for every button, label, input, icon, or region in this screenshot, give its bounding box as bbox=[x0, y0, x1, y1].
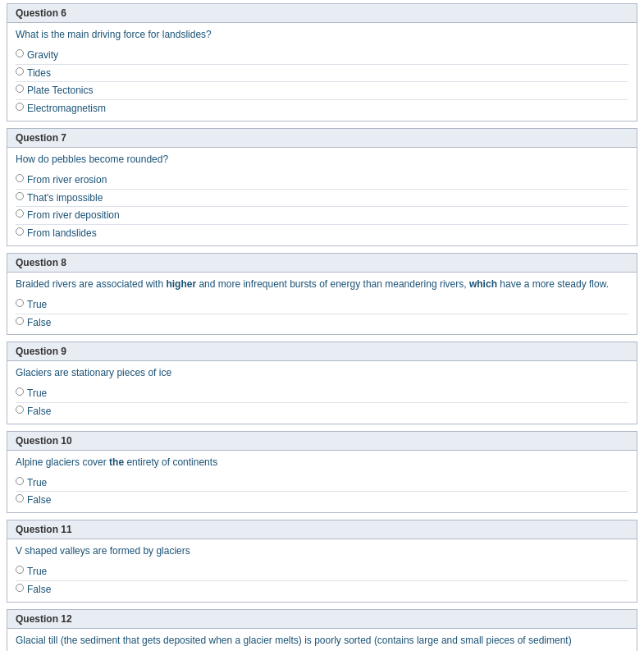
option-item-q7-3[interactable]: From landslides bbox=[16, 224, 628, 242]
option-label-q8-1: False bbox=[27, 316, 51, 330]
radio-icon-q10-0[interactable] bbox=[16, 477, 24, 485]
option-item-q8-0[interactable]: True bbox=[16, 296, 628, 314]
question-text-q10: Alpine glaciers cover the entirety of co… bbox=[16, 456, 628, 470]
question-block-q11: Question 11V shaped valleys are formed b… bbox=[7, 520, 637, 602]
question-body-q11: V shaped valleys are formed by glaciersT… bbox=[7, 539, 637, 601]
option-item-q11-0[interactable]: True bbox=[16, 563, 628, 580]
options-q7: From river erosionThat's impossibleFrom … bbox=[16, 172, 628, 242]
radio-icon-q11-1[interactable] bbox=[16, 584, 24, 592]
option-label-q7-3: From landslides bbox=[27, 227, 97, 241]
radio-icon-q7-2[interactable] bbox=[16, 209, 24, 218]
option-label-q7-2: From river deposition bbox=[27, 209, 120, 222]
option-item-q10-1[interactable]: False bbox=[16, 491, 628, 509]
radio-icon-q7-0[interactable] bbox=[16, 174, 24, 182]
question-block-q9: Question 9Glaciers are stationary pieces… bbox=[7, 342, 637, 424]
option-label-q7-1: That's impossible bbox=[27, 191, 103, 205]
option-label-q8-0: True bbox=[27, 298, 47, 312]
option-item-q6-2[interactable]: Plate Tectonics bbox=[16, 81, 628, 99]
radio-icon-q6-2[interactable] bbox=[16, 85, 24, 93]
option-item-q7-0[interactable]: From river erosion bbox=[16, 172, 628, 189]
question-body-q10: Alpine glaciers cover the entirety of co… bbox=[7, 451, 637, 512]
question-block-q8: Question 8Braided rivers are associated … bbox=[7, 253, 637, 335]
option-item-q7-2[interactable]: From river deposition bbox=[16, 206, 628, 224]
option-label-q6-0: Gravity bbox=[27, 48, 58, 62]
question-block-q12: Question 12Glacial till (the sediment th… bbox=[7, 609, 637, 651]
option-label-q6-3: Electromagnetism bbox=[27, 102, 106, 116]
option-item-q8-1[interactable]: False bbox=[16, 314, 628, 332]
option-label-q6-1: Tides bbox=[27, 66, 51, 80]
page: Question 6What is the main driving force… bbox=[0, 0, 644, 651]
option-label-q11-1: False bbox=[27, 583, 51, 597]
option-label-q7-0: From river erosion bbox=[27, 173, 107, 187]
options-q9: TrueFalse bbox=[16, 385, 628, 420]
question-block-q6: Question 6What is the main driving force… bbox=[7, 3, 637, 121]
radio-icon-q7-3[interactable] bbox=[16, 227, 24, 236]
question-text-q8: Braided rivers are associated with highe… bbox=[16, 277, 628, 291]
option-item-q6-3[interactable]: Electromagnetism bbox=[16, 99, 628, 117]
option-item-q11-1[interactable]: False bbox=[16, 580, 628, 598]
options-q6: GravityTidesPlate TectonicsElectromagnet… bbox=[16, 47, 628, 117]
radio-icon-q10-1[interactable] bbox=[16, 494, 24, 502]
option-label-q6-2: Plate Tectonics bbox=[27, 84, 94, 98]
question-text-q12: Glacial till (the sediment that gets dep… bbox=[16, 634, 628, 648]
question-text-q6: What is the main driving force for lands… bbox=[16, 28, 628, 42]
question-header-q7: Question 7 bbox=[7, 129, 637, 148]
option-item-q9-1[interactable]: False bbox=[16, 402, 628, 420]
option-label-q11-0: True bbox=[27, 565, 47, 579]
question-header-q6: Question 6 bbox=[7, 4, 637, 23]
radio-icon-q11-0[interactable] bbox=[16, 566, 24, 574]
options-q11: TrueFalse bbox=[16, 563, 628, 598]
options-q8: TrueFalse bbox=[16, 296, 628, 332]
question-header-q8: Question 8 bbox=[7, 254, 637, 273]
radio-icon-q8-1[interactable] bbox=[16, 317, 24, 325]
question-text-q9: Glaciers are stationary pieces of ice bbox=[16, 366, 628, 380]
question-block-q10: Question 10Alpine glaciers cover the ent… bbox=[7, 431, 637, 513]
question-body-q6: What is the main driving force for lands… bbox=[7, 23, 637, 121]
option-label-q9-0: True bbox=[27, 387, 47, 401]
radio-icon-q7-1[interactable] bbox=[16, 192, 24, 200]
option-label-q10-1: False bbox=[27, 493, 51, 507]
option-label-q10-0: True bbox=[27, 476, 47, 490]
options-q10: TrueFalse bbox=[16, 474, 628, 510]
option-item-q6-0[interactable]: Gravity bbox=[16, 47, 628, 64]
option-item-q9-0[interactable]: True bbox=[16, 385, 628, 402]
radio-icon-q6-3[interactable] bbox=[16, 103, 24, 111]
option-label-q9-1: False bbox=[27, 405, 51, 419]
option-item-q10-0[interactable]: True bbox=[16, 474, 628, 492]
question-text-q7: How do pebbles become rounded? bbox=[16, 153, 628, 167]
radio-icon-q6-1[interactable] bbox=[16, 67, 24, 76]
question-header-q11: Question 11 bbox=[7, 520, 637, 539]
radio-icon-q6-0[interactable] bbox=[16, 49, 24, 57]
question-body-q9: Glaciers are stationary pieces of iceTru… bbox=[7, 361, 637, 423]
question-text-q11: V shaped valleys are formed by glaciers bbox=[16, 544, 628, 558]
radio-icon-q9-0[interactable] bbox=[16, 387, 24, 396]
question-header-q10: Question 10 bbox=[7, 432, 637, 451]
option-item-q6-1[interactable]: Tides bbox=[16, 64, 628, 82]
question-body-q8: Braided rivers are associated with highe… bbox=[7, 273, 637, 334]
question-block-q7: Question 7How do pebbles become rounded?… bbox=[7, 128, 637, 246]
question-body-q7: How do pebbles become rounded?From river… bbox=[7, 148, 637, 245]
question-body-q12: Glacial till (the sediment that gets dep… bbox=[7, 629, 637, 651]
question-header-q9: Question 9 bbox=[7, 342, 637, 361]
radio-icon-q9-1[interactable] bbox=[16, 406, 24, 414]
question-header-q12: Question 12 bbox=[7, 610, 637, 629]
option-item-q7-1[interactable]: That's impossible bbox=[16, 189, 628, 207]
radio-icon-q8-0[interactable] bbox=[16, 299, 24, 307]
